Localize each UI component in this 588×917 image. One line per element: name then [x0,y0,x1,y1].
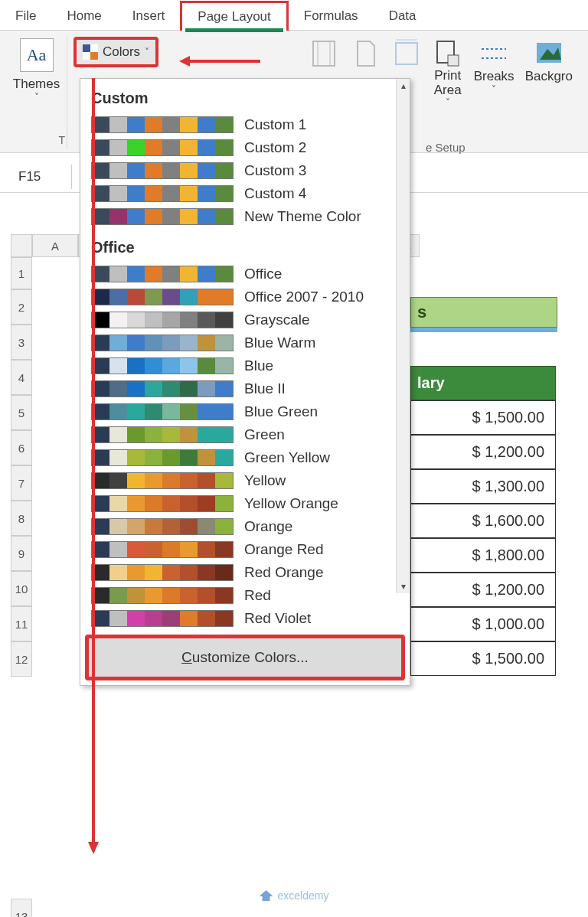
salary-cell[interactable]: $ 1,300.00 [410,469,556,504]
col-header-a[interactable]: A [32,234,78,257]
chevron-down-icon: ˅ [492,84,496,95]
theme-color-item[interactable]: Red Violet [80,607,410,630]
color-swatches [91,380,234,397]
select-all-corner[interactable] [11,234,32,257]
row-header[interactable]: 11 [11,606,32,641]
theme-color-item[interactable]: Custom 2 [80,136,410,159]
theme-color-item[interactable]: Orange Red [80,538,410,561]
color-swatches [91,403,234,420]
chevron-down-icon: ˅ [446,97,450,108]
theme-color-item[interactable]: Custom 4 [80,182,410,205]
theme-color-item[interactable]: Yellow Orange [80,492,410,515]
themes-button[interactable]: Aa Themes ˅ [8,35,64,106]
theme-color-item[interactable]: Red [80,584,410,607]
color-swatches [91,266,234,282]
row-header[interactable]: 6 [11,430,32,465]
tab-file[interactable]: File [0,2,51,30]
orientation-button[interactable] [345,35,385,72]
group-label-page-setup: e Setup [426,141,466,154]
print-area-label: Print Area [434,69,462,97]
background-button[interactable]: Backgro [521,35,577,87]
customize-colors-label-rest: ustomize Colors... [192,649,309,665]
row-header[interactable]: 8 [11,501,32,536]
theme-color-item[interactable]: Blue II [80,377,410,400]
margins-button[interactable] [304,35,344,72]
row-header[interactable]: 12 [11,641,32,677]
colors-icon [83,44,98,60]
theme-color-item[interactable]: Green [80,423,410,446]
salary-cell[interactable]: $ 1,600.00 [410,504,556,538]
row-header[interactable]: 5 [11,395,32,430]
theme-color-item[interactable]: Red Orange [80,561,410,584]
theme-color-item[interactable]: Blue [80,354,410,377]
customize-colors-button[interactable]: Customize Colors... [85,635,405,680]
theme-color-item[interactable]: Blue Green [80,400,410,423]
theme-color-label: Red [244,587,271,604]
theme-color-item[interactable]: New Theme Color [80,205,410,228]
salary-cell[interactable]: $ 1,800.00 [410,538,556,573]
row-header[interactable]: 7 [11,465,32,501]
row-header[interactable]: 2 [11,289,32,325]
color-swatches [91,541,234,558]
print-area-button[interactable]: Print Area ˅ [428,35,468,111]
theme-color-label: Office [244,266,282,282]
dd-section-custom: Custom [80,85,410,113]
theme-color-label: Blue Green [244,403,318,420]
theme-color-item[interactable]: Blue Warm [80,331,410,354]
salary-header: lary [410,366,556,400]
salary-cell[interactable]: $ 1,500.00 [410,641,556,676]
colors-button[interactable]: Colors ˅ [74,37,158,67]
tab-home[interactable]: Home [51,2,116,30]
theme-color-label: Yellow [244,472,286,489]
themes-label: Themes [13,77,60,92]
tab-insert[interactable]: Insert [117,2,181,30]
name-box[interactable]: F15 [11,165,72,189]
salary-cell[interactable]: $ 1,000.00 [410,607,556,641]
theme-color-label: Red Orange [244,564,324,581]
color-swatches [91,495,234,512]
row-header[interactable]: 3 [11,325,32,360]
margins-icon [309,38,339,69]
theme-color-item[interactable]: Office [80,263,410,286]
color-swatches [91,139,234,156]
theme-color-item[interactable]: Office 2007 - 2010 [80,286,410,308]
svg-rect-0 [313,41,335,66]
theme-color-item[interactable]: Yellow [80,469,410,492]
row-header[interactable]: 4 [11,360,32,395]
theme-color-item[interactable]: Grayscale [80,308,410,331]
size-button[interactable] [387,35,426,72]
group-themes: Aa Themes ˅ T [6,35,67,149]
color-swatches [91,162,234,179]
tab-data[interactable]: Data [374,2,432,30]
row-headers: 12345678910111213 [11,234,32,917]
dd-section-office: Office [80,234,410,263]
svg-rect-3 [396,43,417,64]
salary-cell[interactable]: $ 1,200.00 [410,435,556,469]
dropdown-scrollbar[interactable]: ▴ ▾ [396,79,410,593]
row-header[interactable]: 10 [11,571,32,606]
breaks-button[interactable]: Breaks ˅ [469,35,519,98]
theme-color-label: Blue II [244,380,286,397]
page-icon [350,38,381,69]
color-swatches [91,587,234,604]
color-swatches [91,426,234,443]
theme-color-label: Custom 4 [244,185,306,202]
scroll-down-icon[interactable]: ▾ [397,579,410,593]
tab-page-layout[interactable]: Page Layout [180,1,288,31]
color-swatches [91,334,234,351]
theme-color-item[interactable]: Green Yellow [80,446,410,469]
theme-color-label: Custom 2 [244,139,306,156]
color-swatches [91,208,234,225]
tab-formulas[interactable]: Formulas [289,2,374,30]
theme-color-label: New Theme Color [244,208,361,225]
row-header[interactable]: 9 [11,536,32,571]
salary-cell[interactable]: $ 1,500.00 [410,400,556,435]
salary-cell[interactable]: $ 1,200.00 [410,573,556,607]
theme-color-item[interactable]: Custom 1 [80,113,410,136]
theme-color-item[interactable]: Orange [80,515,410,538]
scroll-up-icon[interactable]: ▴ [397,79,410,93]
row-header[interactable]: 1 [11,257,32,289]
theme-color-item[interactable]: Custom 3 [80,159,410,182]
row-header[interactable]: 13 [11,899,32,917]
color-swatches [91,449,234,466]
